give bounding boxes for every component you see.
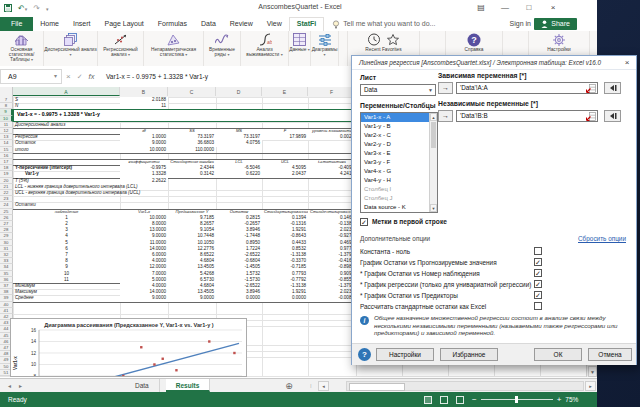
settings-button[interactable]: Настройки bbox=[376, 348, 434, 361]
horizontal-scroll-thumb[interactable] bbox=[349, 383, 405, 391]
option-checkbox-2[interactable]: ✓ bbox=[534, 258, 542, 266]
page-break-view-icon[interactable] bbox=[456, 396, 464, 404]
ribbon-group-7[interactable]: Данные ▾ bbox=[289, 31, 311, 66]
option-checkbox-6[interactable] bbox=[534, 302, 542, 310]
tab-data[interactable]: Data bbox=[194, 17, 223, 31]
ribbon-group-2[interactable]: Дисперсионный анализ ▾ bbox=[44, 31, 98, 66]
range-picker-icon[interactable] bbox=[586, 84, 596, 93]
name-box-caret-icon[interactable]: ▾ bbox=[54, 70, 57, 83]
dialog-close-icon[interactable]: × bbox=[618, 56, 636, 70]
range-picker-icon[interactable] bbox=[586, 112, 596, 121]
scroll-left-icon[interactable]: ◂ bbox=[318, 381, 329, 391]
reset-options-link[interactable]: Сбросить опции bbox=[578, 235, 626, 242]
cell-A15[interactable]: итого bbox=[13, 147, 120, 153]
cell-D14[interactable]: 4.0756 bbox=[216, 140, 262, 146]
tab-view[interactable]: View bbox=[260, 17, 289, 31]
share-button[interactable]: Share bbox=[534, 18, 577, 30]
cell-F13[interactable]: 0.0022 bbox=[308, 134, 356, 140]
cell-A24[interactable]: Остатки bbox=[13, 202, 120, 208]
zoom-level[interactable]: 75% bbox=[565, 396, 578, 403]
option-checkbox-3[interactable]: ✓ bbox=[534, 269, 542, 277]
favorites-button[interactable]: Избранное bbox=[440, 348, 498, 361]
ribbon-group-3[interactable]: Регрессионный анализ ▾ bbox=[98, 31, 144, 66]
sheet-nav-left-icon[interactable]: ◂ bbox=[8, 382, 11, 389]
variable-item-10[interactable]: Столбец J bbox=[361, 194, 437, 203]
tab-review[interactable]: Review bbox=[223, 17, 260, 31]
ribbon-display-options-icon[interactable]: ▤ bbox=[469, 0, 493, 16]
listbox-scroll-up-icon[interactable]: ▲ bbox=[430, 113, 437, 121]
cancel-entry-icon[interactable]: × bbox=[66, 72, 71, 81]
sign-in-link[interactable]: Sign in bbox=[510, 17, 531, 31]
select-all-corner[interactable] bbox=[0, 87, 13, 97]
variables-listbox[interactable]: Var1-x - AVar1-y - BVar2-x - CVar2-y - D… bbox=[360, 112, 438, 213]
variable-item-9[interactable]: Столбец I bbox=[361, 185, 437, 194]
variable-item-1[interactable]: Var1-x - A bbox=[361, 113, 437, 122]
zoom-slider[interactable] bbox=[481, 399, 553, 400]
cancel-button[interactable]: Отмена bbox=[588, 348, 632, 361]
undo-button[interactable]: ↶▾ bbox=[18, 4, 27, 13]
col-header-C[interactable]: C bbox=[168, 87, 216, 96]
cell-A11[interactable]: Дисперсионный анализ bbox=[13, 122, 120, 128]
tab-file[interactable]: File bbox=[0, 17, 33, 31]
scroll-right-icon[interactable]: ▸ bbox=[585, 381, 596, 391]
variable-item-4[interactable]: Var2-y - D bbox=[361, 140, 437, 149]
assign-independent-button[interactable]: → bbox=[438, 110, 453, 122]
labels-first-row-checkbox[interactable]: ✓ bbox=[360, 218, 368, 226]
help-button[interactable]: ? bbox=[358, 348, 371, 361]
variable-item-2[interactable]: Var1-y - B bbox=[361, 122, 437, 131]
sheet-select[interactable]: Data▼ bbox=[360, 84, 436, 96]
tab-statfi[interactable]: StatFi bbox=[289, 17, 324, 31]
ribbon-group-5[interactable]: Временные ряды ▾ bbox=[204, 31, 241, 66]
maximize-icon[interactable]: □ bbox=[517, 0, 541, 16]
variable-item-5[interactable]: Var3-x - E bbox=[361, 149, 437, 158]
cell-E13[interactable]: 17.9899 bbox=[262, 134, 308, 140]
col-header-B[interactable]: B bbox=[120, 87, 168, 96]
confirm-entry-icon[interactable]: ✓ bbox=[77, 73, 83, 81]
tab-formulas[interactable]: Formulas bbox=[151, 17, 194, 31]
sheet-nav-right-icon[interactable]: ▸ bbox=[19, 382, 22, 389]
selected-cell-A9[interactable]: Var1-x = - 0.9975 + 1.3328 * Var1-y bbox=[13, 109, 352, 121]
qat-customize-icon[interactable]: ▾ bbox=[46, 6, 49, 12]
tab-insert[interactable]: Insert bbox=[66, 17, 98, 31]
zoom-slider-thumb[interactable] bbox=[515, 396, 518, 403]
ok-button[interactable]: ОК bbox=[534, 348, 582, 361]
tab-home[interactable]: Home bbox=[33, 17, 66, 31]
option-checkbox-4[interactable]: ✓ bbox=[534, 280, 542, 288]
variable-item-6[interactable]: Var3-y - F bbox=[361, 158, 437, 167]
col-header-D[interactable]: D bbox=[216, 87, 262, 96]
option-checkbox-5[interactable]: ✓ bbox=[534, 291, 542, 299]
option-checkbox-1[interactable] bbox=[534, 247, 542, 255]
ribbon-group-8[interactable]: Диаграммы ▾ bbox=[311, 31, 339, 66]
normal-view-icon[interactable] bbox=[424, 396, 432, 404]
sheet-tab-results[interactable]: Results bbox=[166, 379, 210, 392]
scroll-down-icon[interactable]: ▼ bbox=[588, 366, 597, 377]
tab-page-layout[interactable]: Page Layout bbox=[97, 17, 150, 31]
redo-button[interactable]: ↷ bbox=[33, 4, 40, 13]
save-icon[interactable] bbox=[4, 4, 12, 14]
tab-splitter[interactable]: ⁞ bbox=[310, 382, 313, 390]
cell-A22[interactable]: UCL - верхняя граница доверительного инт… bbox=[13, 190, 120, 196]
zoom-in-icon[interactable]: + bbox=[557, 395, 562, 404]
ribbon-group-6[interactable]: abАнализ выживаемости ▾ bbox=[241, 31, 289, 66]
tell-me-box[interactable]: Tell me what you want to do... bbox=[324, 17, 435, 31]
dependent-range-input[interactable]: 'Data'!A:A bbox=[456, 82, 598, 94]
minimize-icon[interactable]: — bbox=[493, 0, 517, 16]
formula-text[interactable]: Var1-x = - 0.9975 + 1.3328 * Var1-y bbox=[106, 69, 208, 84]
horizontal-scrollbar[interactable] bbox=[346, 381, 584, 391]
cell-A39[interactable]: Среднее bbox=[13, 295, 120, 301]
name-box[interactable]: A9▾ bbox=[0, 69, 62, 84]
listbox-scrollbar[interactable]: ▲ ▼ bbox=[429, 113, 437, 212]
sheet-tab-data[interactable]: Data bbox=[125, 379, 160, 392]
variable-item-8[interactable]: Var4-y - H bbox=[361, 176, 437, 185]
close-icon[interactable]: × bbox=[541, 0, 565, 16]
new-sheet-button[interactable]: ⊕ bbox=[283, 380, 295, 392]
page-layout-view-icon[interactable] bbox=[440, 396, 448, 404]
variable-item-11[interactable]: Data source - K bbox=[361, 203, 437, 212]
ribbon-group-4[interactable]: Непараметрическая статистика ▾ bbox=[144, 31, 204, 66]
independent-range-input[interactable]: 'Data'!B:B bbox=[456, 110, 598, 122]
insert-function-icon[interactable]: fx bbox=[89, 72, 95, 81]
scatter-chart[interactable]: Диаграмма рассеивания (Предсказанное Y, … bbox=[10, 318, 247, 377]
zoom-out-icon[interactable]: − bbox=[472, 395, 477, 404]
variable-item-3[interactable]: Var2-x - C bbox=[361, 131, 437, 140]
assign-dependent-button[interactable]: → bbox=[438, 82, 453, 94]
